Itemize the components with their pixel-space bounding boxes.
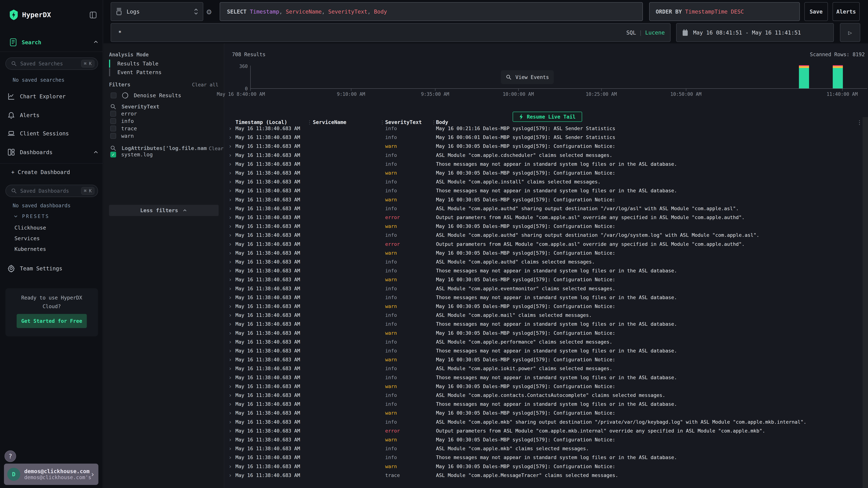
save-button[interactable]: Save xyxy=(804,2,828,21)
table-row[interactable]: › May 16 11:38:40.683 AM info Those mess… xyxy=(224,186,863,195)
filter-checkbox[interactable] xyxy=(110,133,116,139)
row-expand-chevron-icon[interactable]: › xyxy=(228,133,232,142)
table-row[interactable]: › May 16 11:38:40.683 AM info ASL Module… xyxy=(224,204,863,213)
table-row[interactable]: › May 16 11:38:40.683 AM info ASL Module… xyxy=(224,364,863,373)
row-expand-chevron-icon[interactable]: › xyxy=(228,400,232,409)
table-row[interactable]: › May 16 11:38:40.683 AM info ASL Module… xyxy=(224,284,863,293)
row-expand-chevron-icon[interactable]: › xyxy=(228,275,232,284)
row-expand-chevron-icon[interactable]: › xyxy=(228,293,232,302)
table-scrollbar-track[interactable] xyxy=(863,117,868,488)
row-expand-chevron-icon[interactable]: › xyxy=(228,320,232,328)
less-filters-button[interactable]: Less filters xyxy=(109,205,219,216)
row-expand-chevron-icon[interactable]: › xyxy=(228,124,232,133)
table-row[interactable]: › May 16 11:38:40.683 AM info ASL Module… xyxy=(224,418,863,426)
language-toggle-sql[interactable]: SQL xyxy=(626,29,636,36)
saved-searches-input[interactable]: Saved Searches ⌘ K xyxy=(5,58,98,70)
row-expand-chevron-icon[interactable]: › xyxy=(228,409,232,417)
select-clause-input[interactable]: SELECT Timestamp, ServiceName, SeverityT… xyxy=(220,2,643,21)
clear-all-button[interactable]: Clear all xyxy=(192,82,218,88)
table-row[interactable]: › May 16 11:38:40.683 AM info Those mess… xyxy=(224,320,863,328)
denoise-checkbox-row[interactable]: Denoise Results xyxy=(111,92,181,99)
table-row[interactable]: › May 16 11:38:40.683 AM info ASL Module… xyxy=(224,337,863,346)
row-expand-chevron-icon[interactable]: › xyxy=(228,346,232,355)
order-by-input[interactable]: ORDER BY TimestampTime DESC xyxy=(649,2,800,21)
time-range-picker[interactable]: May 16 08:41:51 - May 16 11:41:51 xyxy=(676,23,834,42)
table-row[interactable]: › May 16 11:38:40.683 AM warn May 16 00:… xyxy=(224,168,863,177)
row-expand-chevron-icon[interactable]: › xyxy=(228,302,232,311)
table-row[interactable]: › May 16 11:38:40.683 AM info ASL Module… xyxy=(224,177,863,186)
row-expand-chevron-icon[interactable]: › xyxy=(228,160,232,168)
row-expand-chevron-icon[interactable]: › xyxy=(228,364,232,373)
view-events-button[interactable]: View Events xyxy=(501,70,554,84)
row-expand-chevron-icon[interactable]: › xyxy=(228,257,232,266)
severity-option-warn[interactable]: warn xyxy=(110,133,134,139)
filter-checkbox[interactable] xyxy=(110,126,116,131)
presets-header[interactable]: PRESETS xyxy=(13,214,50,219)
sidebar-collapse-icon[interactable] xyxy=(89,10,98,20)
table-row[interactable]: › May 16 11:38:40.683 AM info May 16 00:… xyxy=(224,124,863,133)
sidebar-item-client-sessions[interactable]: Client Sessions xyxy=(7,128,69,138)
row-expand-chevron-icon[interactable]: › xyxy=(228,204,232,213)
table-row[interactable]: › May 16 11:38:40.683 AM info ASL Module… xyxy=(224,231,863,239)
table-row[interactable]: › May 16 11:38:40.683 AM info Those mess… xyxy=(224,373,863,382)
table-row[interactable]: › May 16 11:38:40.683 AM info Those mess… xyxy=(224,160,863,168)
help-button[interactable]: ? xyxy=(4,450,16,462)
table-row[interactable]: › May 16 11:38:40.683 AM error Output pa… xyxy=(224,426,863,435)
get-started-button[interactable]: Get Started for Free xyxy=(17,314,87,328)
row-expand-chevron-icon[interactable]: › xyxy=(228,418,232,426)
user-menu[interactable]: D demos@clickhouse.com demos@clickhouse.… xyxy=(4,464,98,485)
sidebar-item-search[interactable]: Search xyxy=(9,37,41,47)
table-row[interactable]: › May 16 11:38:40.683 AM info May 16 00:… xyxy=(224,133,863,142)
table-row[interactable]: › May 16 11:38:40.683 AM warn May 16 00:… xyxy=(224,355,863,364)
table-row[interactable]: › May 16 11:38:40.683 AM warn May 16 00:… xyxy=(224,249,863,257)
table-row[interactable]: › May 16 11:38:40.683 AM info ASL Module… xyxy=(224,311,863,320)
saved-dashboards-input[interactable]: Saved Dashboards ⌘ K xyxy=(5,185,98,197)
table-row[interactable]: › May 16 11:38:40.683 AM warn May 16 00:… xyxy=(224,329,863,337)
sidebar-item-team-settings[interactable]: Team Settings xyxy=(7,263,62,273)
row-expand-chevron-icon[interactable]: › xyxy=(228,435,232,444)
row-expand-chevron-icon[interactable]: › xyxy=(228,453,232,462)
table-row[interactable]: › May 16 11:38:40.683 AM warn May 16 00:… xyxy=(224,462,863,471)
table-row[interactable]: › May 16 11:38:40.683 AM info ASL Module… xyxy=(224,257,863,266)
row-expand-chevron-icon[interactable]: › xyxy=(228,471,232,480)
alerts-button[interactable]: Alerts xyxy=(833,2,860,21)
row-expand-chevron-icon[interactable]: › xyxy=(228,444,232,453)
filter-checkbox[interactable] xyxy=(110,118,116,124)
filter-checkbox[interactable]: ✓ xyxy=(110,152,116,157)
table-row[interactable]: › May 16 11:38:40.683 AM warn May 16 00:… xyxy=(224,409,863,417)
table-row[interactable]: › May 16 11:38:40.683 AM info Those mess… xyxy=(224,346,863,355)
table-row[interactable]: › May 16 11:38:40.683 AM info ASL Module… xyxy=(224,444,863,453)
row-expand-chevron-icon[interactable]: › xyxy=(228,249,232,257)
sidebar-item-alerts[interactable]: Alerts xyxy=(7,110,39,120)
table-row[interactable]: › May 16 11:38:40.683 AM error Output pa… xyxy=(224,240,863,249)
row-expand-chevron-icon[interactable]: › xyxy=(228,231,232,239)
histogram-bar[interactable] xyxy=(799,43,809,88)
row-expand-chevron-icon[interactable]: › xyxy=(228,311,232,320)
table-row[interactable]: › May 16 11:38:40.683 AM info ASL Module… xyxy=(224,151,863,160)
severity-option-error[interactable]: error xyxy=(110,110,137,117)
histogram-bar[interactable] xyxy=(833,43,843,88)
severity-option-trace[interactable]: trace xyxy=(110,125,137,132)
row-expand-chevron-icon[interactable]: › xyxy=(228,240,232,249)
table-row[interactable]: › May 16 11:38:40.683 AM trace ASL Modul… xyxy=(224,471,863,480)
row-expand-chevron-icon[interactable]: › xyxy=(228,266,232,275)
run-query-button[interactable]: ▷ xyxy=(840,23,860,42)
source-select[interactable]: Logs xyxy=(111,2,203,21)
severity-option-info[interactable]: info xyxy=(110,118,134,124)
row-expand-chevron-icon[interactable]: › xyxy=(228,151,232,160)
row-expand-chevron-icon[interactable]: › xyxy=(228,186,232,195)
row-expand-chevron-icon[interactable]: › xyxy=(228,177,232,186)
row-expand-chevron-icon[interactable]: › xyxy=(228,337,232,346)
dashboards-collapse-chevron-icon[interactable] xyxy=(93,149,99,156)
table-row[interactable]: › May 16 11:38:40.683 AM warn May 16 00:… xyxy=(224,142,863,151)
row-expand-chevron-icon[interactable]: › xyxy=(228,168,232,177)
table-row[interactable]: › May 16 11:38:40.683 AM info Those mess… xyxy=(224,293,863,302)
table-row[interactable]: › May 16 11:38:40.683 AM warn May 16 00:… xyxy=(224,382,863,391)
row-expand-chevron-icon[interactable]: › xyxy=(228,462,232,471)
row-expand-chevron-icon[interactable]: › xyxy=(228,355,232,364)
row-expand-chevron-icon[interactable]: › xyxy=(228,213,232,222)
sidebar-item-chart-explorer[interactable]: Chart Explorer xyxy=(7,91,66,101)
row-expand-chevron-icon[interactable]: › xyxy=(228,373,232,382)
table-row[interactable]: › May 16 11:38:40.683 AM warn May 16 00:… xyxy=(224,275,863,284)
row-expand-chevron-icon[interactable]: › xyxy=(228,329,232,337)
